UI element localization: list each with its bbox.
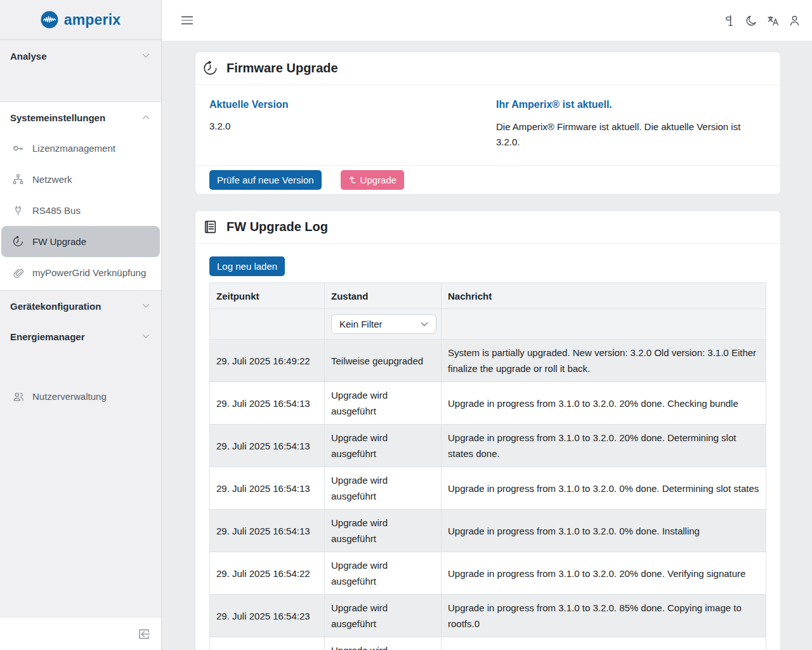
column-header-nachricht: Nachricht: [442, 283, 766, 309]
moon-icon[interactable]: [745, 15, 757, 27]
cell-state: Upgrade wird ausgeführt: [325, 637, 442, 650]
sidebar-section-systemeinstellungen: Systemeinstellungen Lizenzmanagement: [0, 102, 161, 291]
sidebar-item-lizenzmanagement[interactable]: Lizenzmanagement: [0, 133, 161, 164]
cell-time: 29. Juli 2025 16:54:23: [210, 595, 325, 637]
log-card-title: FW Upgrade Log: [226, 220, 328, 234]
topbar: [162, 0, 812, 41]
page: amperix Analyse Systemeinstellungen: [0, 0, 812, 650]
cell-time: 29. Juli 2025 16:54:13: [210, 510, 325, 552]
fw-upgrade-log-card: FW Upgrade Log Log neu laden Zeitpunkt Z…: [195, 210, 781, 650]
firmware-upgrade-card: Firmware Upgrade Aktuelle Version 3.2.0 …: [195, 51, 781, 195]
paperclip-icon: [13, 267, 23, 278]
cell-state: Upgrade wird ausgeführt: [325, 595, 442, 637]
sidebar-group-analyse[interactable]: Analyse: [0, 40, 161, 72]
sidebar-item-rs485-bus[interactable]: RS485 Bus: [0, 195, 161, 226]
clock-history-icon: [203, 61, 218, 76]
sidebar-group-geraetekonfiguration[interactable]: Gerätekonfiguration: [0, 291, 161, 321]
group-label: Energiemanager: [10, 331, 85, 342]
cell-state: Upgrade wird ausgeführt: [325, 425, 442, 467]
cell-time: 29. Juli 2025 16:54:23: [210, 637, 325, 650]
cell-message: Upgrade in progress from 3.1.0 to 3.2.0.…: [442, 382, 766, 425]
card-header: Firmware Upgrade: [195, 52, 780, 85]
cell-time: 29. Juli 2025 16:54:13: [210, 467, 325, 510]
fw-upgrade-log-table: Zeitpunkt Zustand Nachricht Kein Filter: [209, 282, 766, 650]
table-row: 29. Juli 2025 16:54:22 Upgrade wird ausg…: [210, 552, 766, 595]
cell-state: Upgrade wird ausgeführt: [325, 467, 442, 510]
cell-message: Upgrade in progress from 3.1.0 to 3.2.0.…: [442, 595, 766, 637]
log-card-body: Log neu laden Zeitpunkt Zustand Nachrich…: [195, 244, 780, 650]
sidebar-item-label: Lizenzmanagement: [32, 143, 115, 154]
filter-selected-value: Kein Filter: [339, 319, 383, 329]
table-row: 29. Juli 2025 16:49:22 Teilweise geupgra…: [210, 340, 766, 382]
cell-state: Upgrade wird ausgeführt: [325, 552, 442, 595]
key-icon: [13, 143, 23, 154]
reload-log-button[interactable]: Log neu laden: [209, 256, 285, 276]
column-header-zeitpunkt: Zeitpunkt: [210, 283, 325, 309]
table-row: 29. Juli 2025 16:54:13 Upgrade wird ausg…: [210, 510, 766, 552]
sidebar-item-label: RS485 Bus: [32, 205, 81, 216]
cell-message: Upgrade in progress from 3.1.0 to 3.2.0.…: [442, 425, 766, 467]
box-arrow-left-icon[interactable]: [136, 627, 152, 642]
cell-time: 29. Juli 2025 16:54:13: [210, 382, 325, 425]
status-text: Die Amperix® Firmware ist aktuell. Die a…: [496, 119, 766, 150]
sidebar-item-label: FW Upgrade: [32, 236, 86, 247]
page-title: Firmware Upgrade: [226, 61, 338, 76]
translate-icon[interactable]: [767, 15, 779, 27]
hamburger-menu-icon[interactable]: [181, 15, 193, 25]
zustand-filter-select[interactable]: Kein Filter: [331, 314, 436, 334]
table-row: 29. Juli 2025 16:54:13 Upgrade wird ausg…: [210, 382, 766, 425]
cell-state: Upgrade wird ausgeführt: [325, 382, 442, 425]
plug-icon: [13, 205, 23, 216]
button-label: Prüfe auf neue Version: [217, 175, 314, 185]
cell-message: Upgrade in progress from 3.1.0 to 3.2.0.…: [442, 552, 766, 595]
table-header-row: Zeitpunkt Zustand Nachricht: [210, 283, 766, 309]
card-header: FW Upgrade Log: [195, 211, 780, 244]
cell-message: Upgrade in progress from 3.1.0 to 3.2.0.…: [442, 467, 766, 510]
sidebar-footer: [0, 617, 161, 650]
check-version-button[interactable]: Prüfe auf neue Version: [209, 170, 322, 190]
cell-time: 29. Juli 2025 16:49:22: [210, 340, 325, 382]
sidebar-item-label: Netzwerk: [32, 174, 72, 185]
chevron-down-icon: [142, 303, 150, 308]
cell-message: Upgrade in progress from 3.1.0 to 3.2.0.…: [442, 510, 766, 552]
button-label: Log neu laden: [217, 261, 277, 272]
sidebar-group-systemeinstellungen[interactable]: Systemeinstellungen: [0, 102, 161, 133]
sidebar-item-label: Nutzerverwaltung: [32, 391, 107, 402]
brand-logo[interactable]: amperix: [0, 0, 161, 40]
topbar-actions: [724, 15, 812, 27]
cell-time: 29. Juli 2025 16:54:13: [210, 425, 325, 467]
person-icon[interactable]: [789, 15, 801, 27]
chevron-down-icon: [142, 53, 150, 58]
arrow-90deg-up-icon: [348, 176, 357, 184]
sidebar-item-netzwerk[interactable]: Netzwerk: [0, 164, 161, 195]
firmware-card-footer: Prüfe auf neue Version Upgrade: [195, 165, 780, 194]
network-icon: [13, 174, 23, 185]
sidebar-item-mypowergrid[interactable]: myPowerGrid Verknüpfung: [0, 257, 161, 288]
sidebar-group-energiemanager[interactable]: Energiemanager: [0, 321, 161, 352]
cell-state: Teilweise geupgraded: [325, 340, 442, 382]
firmware-card-body: Aktuelle Version 3.2.0 Ihr Amperix® ist …: [195, 85, 780, 165]
sidebar: amperix Analyse Systemeinstellungen: [0, 0, 162, 650]
sidebar-item-label: myPowerGrid Verknüpfung: [32, 267, 146, 278]
sidebar-item-nutzerverwaltung[interactable]: Nutzerverwaltung: [0, 381, 161, 412]
main-content: Firmware Upgrade Aktuelle Version 3.2.0 …: [162, 41, 812, 650]
sidebar-item-fw-upgrade[interactable]: FW Upgrade: [1, 226, 160, 257]
chevron-down-icon: [421, 322, 428, 327]
button-label: Upgrade: [360, 175, 397, 185]
table-filter-row: Kein Filter: [210, 309, 766, 340]
table-row: 29. Juli 2025 16:54:23 Upgrade wird ausg…: [210, 595, 766, 637]
people-icon: [13, 391, 23, 402]
cell-message: Upgrade in progress from 3.1.0 to 3.2.0.…: [442, 637, 766, 650]
cell-message: System is partially upgraded. New versio…: [442, 340, 766, 382]
status-title: Ihr Amperix® ist aktuell.: [496, 99, 766, 110]
group-label: Gerätekonfiguration: [10, 301, 101, 312]
current-version-value: 3.2.0: [209, 121, 496, 131]
cell-time: 29. Juli 2025 16:54:22: [210, 552, 325, 595]
clock-history-icon: [13, 236, 23, 247]
cell-state: Upgrade wird ausgeführt: [325, 510, 442, 552]
journal-text-icon: [203, 220, 218, 234]
signpost-icon[interactable]: [724, 15, 736, 27]
column-header-zustand: Zustand: [325, 283, 442, 309]
upgrade-button[interactable]: Upgrade: [341, 170, 405, 190]
waveform-circle-icon: [41, 11, 58, 29]
